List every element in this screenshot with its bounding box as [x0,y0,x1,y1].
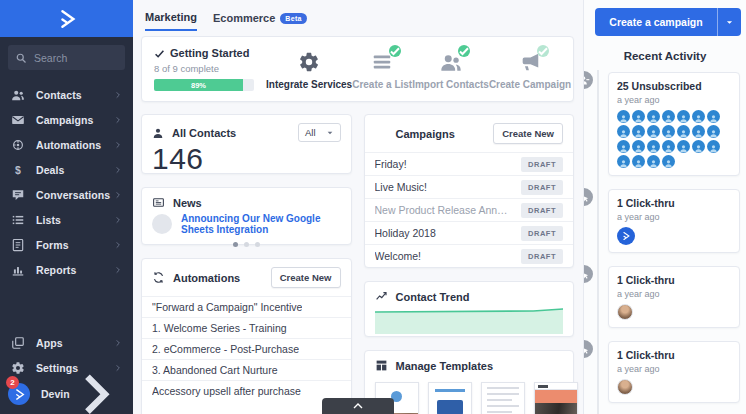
campaigns-create-new-button[interactable]: Create New [493,123,563,144]
activity-card[interactable]: 1 Click-thru a year ago [608,341,740,403]
sidebar-item[interactable]: Lists [0,207,133,232]
getting-started-summary: Getting Started 8 of 9 complete 89% [154,47,266,91]
contacts-count: 146 [152,144,341,174]
member-avatar [647,110,660,123]
sidebar-item[interactable]: Forms [0,232,133,257]
member-avatar [692,125,705,138]
activity-card[interactable]: 1 Click-thru a year ago [608,266,740,328]
tab-marketing-label: Marketing [145,11,197,23]
templates-icon [375,359,388,372]
activity-item: 1 Click-thru a year ago [608,341,740,403]
status-badge: DRAFT [521,203,563,218]
member-avatar [617,110,630,123]
template-thumbnail[interactable] [534,382,578,414]
deals-icon: $ [11,163,25,177]
campaigns-card: Campaigns Create New Friday! DRAFT L [364,114,575,268]
chevron-right-icon [114,91,122,99]
sync-icon [152,271,165,284]
sidebar-item[interactable]: Contacts [0,82,133,107]
chevron-right-icon [114,166,122,174]
sidebar-item[interactable]: Campaigns [0,107,133,132]
sidebar: Contacts Campaigns Automations $ [0,0,133,414]
news-icon [152,196,165,209]
activecampaign-logo-icon [13,388,26,401]
create-campaign-dropdown-button[interactable] [717,8,741,36]
activity-item: 1 Click-thru a year ago [608,266,740,328]
automation-row[interactable]: 1. Welcome Series - Training [142,317,351,338]
member-avatar [632,125,645,138]
contacts-filter-select[interactable]: All [298,123,341,142]
activity-avatars [617,379,731,395]
megaphone-icon [375,127,388,140]
sidebar-item[interactable]: Apps [0,330,133,355]
step-check-icon [458,45,470,57]
member-avatar [692,140,705,153]
template-thumbnail[interactable] [428,382,472,414]
automations-list: "Forward a Campaign" Incentive 1. Welcom… [142,296,351,401]
campaigns-title: Campaigns [396,128,494,140]
automation-row[interactable]: Accessory upsell after purchase [142,380,351,401]
sidebar-item-label: Deals [36,164,114,176]
activity-card[interactable]: 25 Unsubscribed a year ago [608,72,740,176]
grid-right-column: Campaigns Create New Friday! DRAFT L [364,114,575,414]
chevron-right-icon [114,216,122,224]
activity-title: 25 Unsubscribed [617,80,731,92]
status-badge: DRAFT [521,157,563,172]
automations-create-new-button[interactable]: Create New [271,267,341,288]
getting-started-step[interactable]: Integrate Services [266,49,352,90]
step-label: Integrate Services [266,79,352,90]
activity-avatars [617,227,731,245]
getting-started-title: Getting Started [170,47,249,59]
user-name: Devin [41,388,70,400]
tab-ecommerce[interactable]: Ecommerce Beta [213,12,307,30]
sidebar-user[interactable]: 2 Devin [0,380,133,414]
sidebar-item[interactable]: Automations [0,132,133,157]
manage-templates-title: Manage Templates [396,360,564,372]
step-label: Create Campaign [489,79,571,90]
automation-row[interactable]: 3. Abandoned Cart Nurture [142,359,351,380]
click-icon [583,263,595,285]
campaign-row[interactable]: Live Music! DRAFT [365,175,574,198]
template-thumbnail[interactable] [481,382,525,414]
carousel-dots[interactable] [142,242,351,247]
automation-row[interactable]: "Forward a Campaign" Incentive [142,296,351,317]
campaign-name: Holiday 2018 [375,227,436,239]
activity-time: a year ago [617,212,731,222]
logo-header[interactable] [0,0,133,37]
news-headline-link[interactable]: Announcing Our New Google Sheets Integra… [181,213,341,235]
bottom-drawer-toggle[interactable] [322,398,394,414]
caret-down-icon [725,18,734,27]
automation-name: 1. Welcome Series - Training [152,322,287,334]
campaign-row[interactable]: New Product Release Announcement! DRAFT [365,198,574,221]
sidebar-item[interactable]: Reports [0,257,133,282]
all-contacts-title: All Contacts [172,127,298,139]
notification-badge: 2 [6,376,19,389]
gear-icon [297,51,321,73]
search-box[interactable] [8,45,125,70]
main-content: Marketing Ecommerce Beta Getting Started… [133,0,583,414]
contact-trend-card: Contact Trend [364,281,575,337]
getting-started-step[interactable]: Import Contacts [412,49,489,90]
campaign-row[interactable]: Friday! DRAFT [365,152,574,175]
activity-avatars [617,304,731,320]
sidebar-item-label: Apps [36,337,114,349]
campaign-row[interactable]: Welcome! DRAFT [365,244,574,267]
sidebar-item[interactable]: Conversations [0,182,133,207]
campaigns-list: Friday! DRAFT Live Music! DRAFT New Prod… [365,152,574,267]
getting-started-step[interactable]: Create a List [352,49,412,90]
activity-card[interactable]: 1 Click-thru a year ago [608,189,740,253]
news-avatar [152,214,172,234]
campaign-name: New Product Release Announcement! [375,204,514,216]
sidebar-nav: Contacts Campaigns Automations $ [0,82,133,282]
search-input[interactable] [34,52,119,64]
create-campaign-button[interactable]: Create a campaign [595,8,717,36]
all-contacts-card: All Contacts All 146 [141,114,352,174]
news-card: News Announcing Our New Google Sheets In… [141,187,352,245]
filter-value: All [305,127,316,138]
automation-row[interactable]: 2. eCommerce - Post-Purchase [142,338,351,359]
sidebar-item[interactable]: $ Deals [0,157,133,182]
svg-text:$: $ [15,163,21,175]
tab-marketing[interactable]: Marketing [145,11,197,31]
getting-started-step[interactable]: Create Campaign [489,49,571,90]
campaign-row[interactable]: Holiday 2018 DRAFT [365,221,574,244]
